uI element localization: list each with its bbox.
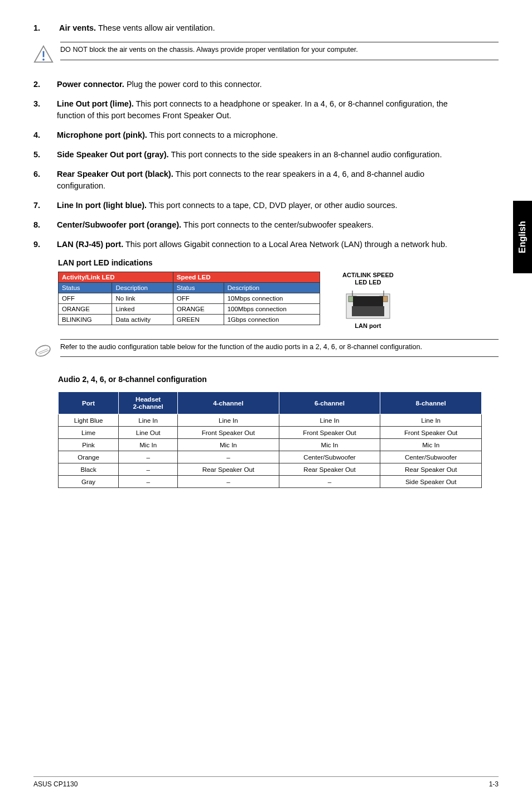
cell: ORANGE	[173, 304, 224, 315]
cell: Line In	[119, 414, 178, 427]
cell: Rear Speaker Out	[279, 463, 380, 476]
warning-text: DO NOT block the air vents on the chassi…	[60, 42, 499, 60]
item-desc: Plug the power cord to this connector.	[124, 80, 262, 89]
table-row: Gray–––Side Speaker Out	[59, 476, 482, 488]
port-description-list-2: 2.Power connector. Plug the power cord t…	[33, 79, 499, 250]
cell: Line In	[178, 414, 279, 427]
list-item: 9.LAN (RJ-45) port. This port allows Gig…	[33, 239, 499, 250]
item-body: Microphone port (pink). This port connec…	[57, 129, 475, 141]
table-row: ORANGELinkedORANGE100Mbps connection	[59, 304, 320, 315]
cell: –	[119, 463, 178, 476]
item-title: Line Out port (lime).	[57, 99, 134, 108]
audio-section-title: Audio 2, 4, 6, or 8-channel configuratio…	[58, 375, 499, 384]
info-note: Refer to the audio configuration table b…	[33, 339, 499, 363]
col-header: Status	[173, 283, 224, 293]
divider	[60, 356, 499, 357]
cell: Side Speaker Out	[380, 476, 482, 488]
info-text: Refer to the audio configuration table b…	[60, 340, 499, 357]
col-header: 8-channel	[380, 392, 482, 414]
col-header: 4-channel	[178, 392, 279, 414]
footer-left: ASUS CP1130	[33, 780, 78, 788]
item-desc: These vents allow air ventilation.	[96, 23, 215, 32]
cell: –	[178, 476, 279, 488]
item-desc: This port connects to the side speakers …	[169, 150, 442, 159]
cell: 10Mbps connection	[224, 293, 320, 304]
cell: Rear Speaker Out	[178, 463, 279, 476]
cell: Lime	[59, 427, 119, 439]
port-description-list: 1. Air vents. These vents allow air vent…	[33, 22, 499, 34]
cell: GREEN	[173, 315, 224, 325]
cell: Pink	[59, 439, 119, 451]
svg-line-11	[38, 349, 48, 352]
led-header-speed: Speed LED	[173, 272, 320, 283]
col-header: 6-channel	[279, 392, 380, 414]
cell: Center/Subwoofer	[380, 451, 482, 463]
cell: Rear Speaker Out	[380, 463, 482, 476]
item-desc: This port connects to a tape, CD, DVD pl…	[147, 201, 397, 210]
footer-page-number: 1-3	[489, 780, 499, 788]
item-body: Side Speaker Out port (gray). This port …	[57, 149, 475, 161]
item-number: 2.	[33, 79, 57, 90]
list-item: 8.Center/Subwoofer port (orange). This p…	[33, 219, 499, 231]
led-table: Activity/Link LED Speed LED Status Descr…	[58, 272, 320, 325]
item-number: 8.	[33, 219, 57, 231]
led-section-title: LAN port LED indications	[58, 258, 499, 267]
diagram-sub-label: LED LED	[342, 279, 394, 286]
cell: Mic In	[178, 439, 279, 451]
cell: Light Blue	[59, 414, 119, 427]
cell: OFF	[59, 293, 112, 304]
list-item: 1. Air vents. These vents allow air vent…	[33, 22, 499, 34]
item-title: Rear Speaker Out port (black).	[57, 170, 173, 178]
col-header: Description	[112, 283, 173, 293]
col-header: Port	[59, 392, 119, 414]
list-item: 5.Side Speaker Out port (gray). This por…	[33, 149, 499, 161]
diagram-top-label: ACT/LINK SPEED	[342, 272, 394, 279]
item-body: Line Out port (lime). This port connects…	[57, 98, 475, 122]
item-number: 1.	[33, 22, 57, 34]
lan-port-icon	[343, 289, 393, 320]
led-section: Activity/Link LED Speed LED Status Descr…	[58, 272, 499, 328]
list-item: 4.Microphone port (pink). This port conn…	[33, 129, 499, 141]
cell: –	[178, 451, 279, 463]
list-item: 7.Line In port (light blue). This port c…	[33, 200, 499, 211]
led-header-activity: Activity/Link LED	[59, 272, 173, 283]
svg-rect-7	[352, 306, 384, 316]
table-row: Orange––Center/SubwooferCenter/Subwoofer	[59, 451, 482, 463]
cell: Front Speaker Out	[279, 427, 380, 439]
item-body: Power connector. Plug the power cord to …	[57, 79, 475, 90]
item-title: Center/Subwoofer port (orange).	[57, 220, 181, 229]
cell: Data activity	[112, 315, 173, 325]
cell: No link	[112, 293, 173, 304]
item-body: LAN (RJ-45) port. This port allows Gigab…	[57, 239, 475, 250]
item-desc: This port allows Gigabit connection to a…	[123, 240, 447, 249]
cell: ORANGE	[59, 304, 112, 315]
item-title: Power connector.	[57, 80, 124, 89]
diagram-caption: LAN port	[342, 322, 394, 329]
cell: BLINKING	[59, 315, 112, 325]
cell: –	[279, 476, 380, 488]
col-header: Status	[59, 283, 112, 293]
list-item: 2.Power connector. Plug the power cord t…	[33, 79, 499, 90]
item-number: 4.	[33, 129, 57, 141]
list-item: 3.Line Out port (lime). This port connec…	[33, 98, 499, 122]
item-body: Rear Speaker Out port (black). This port…	[57, 168, 475, 192]
cell: Linked	[112, 304, 173, 315]
item-number: 3.	[33, 98, 57, 110]
item-title: Side Speaker Out port (gray).	[57, 150, 169, 159]
table-row: BLINKINGData activityGREEN1Gbps connecti…	[59, 315, 320, 325]
cell: Black	[59, 463, 119, 476]
audio-config-table: Port Headset 2-channel 4-channel 6-chann…	[58, 392, 482, 489]
cell: 1Gbps connection	[224, 315, 320, 325]
item-number: 6.	[33, 168, 57, 180]
col-header: Headset 2-channel	[119, 392, 178, 414]
table-row: Black–Rear Speaker OutRear Speaker OutRe…	[59, 463, 482, 476]
cell: Line In	[380, 414, 482, 427]
item-desc: This port connects to a microphone.	[147, 131, 278, 139]
svg-rect-6	[353, 296, 383, 306]
item-number: 9.	[33, 239, 57, 250]
divider	[60, 60, 499, 60]
item-body: Center/Subwoofer port (orange). This por…	[57, 219, 475, 231]
cell: Front Speaker Out	[178, 427, 279, 439]
cell: Front Speaker Out	[380, 427, 482, 439]
cell: Orange	[59, 451, 119, 463]
